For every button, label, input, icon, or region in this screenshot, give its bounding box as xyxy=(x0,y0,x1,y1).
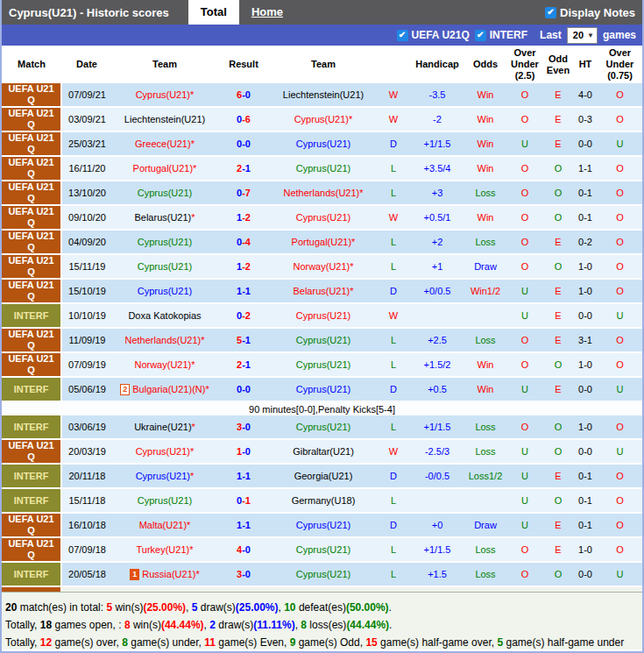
league-label: UEFA U21Q xyxy=(6,157,57,180)
odd-even-cell: O xyxy=(543,205,573,230)
score-cell: 3-0 xyxy=(217,562,270,586)
home-team-name: Cyprus(U21) xyxy=(138,495,192,506)
footer-segment: 15 xyxy=(365,636,380,649)
ht-cell: 0-0 xyxy=(573,562,598,586)
uefa-u21q-checkbox[interactable]: ✔ xyxy=(397,30,408,41)
over-under-2.5-cell: O xyxy=(506,562,543,586)
home-team-name: Cyprus(U21) xyxy=(138,188,192,198)
star-marker: * xyxy=(205,384,209,394)
tab-home[interactable]: Home xyxy=(251,0,283,25)
league-label: UEFA U21Q xyxy=(6,538,57,561)
home-team-cell: Cyprus(U21)* xyxy=(112,83,217,107)
star-marker: * xyxy=(190,89,194,100)
away-score: 1 xyxy=(245,495,251,506)
match-row: INTERF15/11/18Cyprus(U21)0-1Germany(U18)… xyxy=(2,488,642,513)
home-team-name: Cyprus(U21) xyxy=(136,89,190,100)
odds-cell: Draw xyxy=(464,254,506,279)
uefa-u21q-filter[interactable]: ✔ UEFA U21Q xyxy=(397,29,470,41)
over-under-2.5-cell: O xyxy=(506,181,543,205)
score-cell: 0-7 xyxy=(217,181,270,205)
result-letter-cell: W xyxy=(377,205,410,230)
odds-cell: Loss xyxy=(464,181,506,205)
ht-cell: 0-0 xyxy=(573,439,598,464)
away-team-cell: Netherlands(U21)* xyxy=(270,181,377,205)
footer-segment: (44.44%) xyxy=(346,619,389,631)
league-cell: UEFA U21Q xyxy=(2,254,61,279)
handicap-cell: +2 xyxy=(410,230,464,254)
home-team-cell: 2Bulgaria(U21)(N)* xyxy=(112,377,217,401)
handicap-cell: +0.5 xyxy=(410,377,464,401)
footer-segment: games open, : xyxy=(54,619,124,631)
home-team-cell: Netherlands(U21)* xyxy=(112,328,217,352)
over-under-0.75-cell: U xyxy=(598,562,642,586)
odds-cell xyxy=(464,303,506,328)
odd-even-cell: E xyxy=(543,230,573,254)
result-letter-cell: W xyxy=(377,107,410,131)
ht-cell: 4-0 xyxy=(573,83,598,107)
handicap-cell: +3.5/4 xyxy=(410,156,464,181)
score-cell: 1-2 xyxy=(217,254,270,279)
interf-checkbox[interactable]: ✔ xyxy=(475,30,486,41)
league-label: INTERF xyxy=(6,471,57,482)
chevron-down-icon: ▼ xyxy=(587,32,594,39)
display-notes-toggle[interactable]: ✔ Display Notes xyxy=(545,6,635,19)
away-team-cell: Norway(U21)* xyxy=(270,254,377,279)
away-team-name: Cyprus(U21) xyxy=(294,114,349,124)
ht-cell: 1-1 xyxy=(573,156,598,181)
league-cell: UEFA U21Q xyxy=(2,513,61,537)
ht-cell: 0-0 xyxy=(573,377,598,401)
away-score: 2 xyxy=(245,212,251,223)
away-score: 1 xyxy=(245,471,251,481)
footer-segment: 12 xyxy=(40,636,55,649)
match-row: UEFA U21Q25/03/21Greece(U21)*0-0Cyprus(U… xyxy=(2,131,642,156)
footer-segment: game(s) half-game over, xyxy=(380,636,497,649)
league-cell: UEFA U21Q xyxy=(2,107,61,131)
home-team-cell: Cyprus(U21) xyxy=(112,279,217,303)
date-cell: 03/06/19 xyxy=(61,415,112,439)
match-row: UEFA U21Q09/10/20Belarus(U21)*1-2Cyprus(… xyxy=(2,205,642,230)
home-team-name: Cyprus(U21) xyxy=(138,261,192,272)
interf-filter[interactable]: ✔ INTERF xyxy=(475,29,527,41)
odds-cell: Win xyxy=(464,131,506,156)
away-team-cell: Cyprus(U21) xyxy=(270,513,377,537)
handicap-cell: +1/1.5 xyxy=(410,131,464,156)
date-cell: 16/11/20 xyxy=(61,156,112,181)
home-team-name: Portugal(U21) xyxy=(133,163,193,174)
match-row: UEFA U21Q07/09/19Norway(U21)*2-1Cyprus(U… xyxy=(2,352,642,377)
home-team-cell: Liechtenstein(U21) xyxy=(112,107,217,131)
footer-segment: 2 xyxy=(209,619,218,631)
away-team-cell: Cyprus(U21) xyxy=(270,131,377,156)
star-marker: * xyxy=(359,188,363,198)
over-under-2.5-cell: O xyxy=(506,205,543,230)
last-label: Last xyxy=(540,29,562,41)
over-under-2.5-cell: O xyxy=(506,230,543,254)
league-cell: INTERF xyxy=(2,303,61,328)
away-team-cell: Gibraltar(U21) xyxy=(270,439,377,464)
home-team-cell: Cyprus(U21)* xyxy=(112,464,217,488)
handicap-cell: -2 xyxy=(410,107,464,131)
display-notes-checkbox[interactable]: ✔ xyxy=(545,7,556,18)
away-score: 6 xyxy=(245,114,251,124)
date-cell: 16/10/18 xyxy=(61,513,112,537)
score-cell: 1-1 xyxy=(217,279,270,303)
ht-cell: 0-1 xyxy=(573,205,598,230)
handicap-cell: -2.5/3 xyxy=(410,439,464,464)
date-cell: 07/09/21 xyxy=(61,83,112,107)
away-team-name: Cyprus(U21) xyxy=(296,569,350,579)
odd-even-cell: O xyxy=(543,562,573,586)
odd-even-cell: E xyxy=(543,83,573,107)
home-team-cell: Turkey(U21)* xyxy=(112,537,217,562)
date-cell: 13/10/20 xyxy=(61,181,112,205)
odd-even-cell: E xyxy=(543,303,573,328)
titlebar: Cyprus(U21) - Historic scores Total Home… xyxy=(2,0,642,25)
league-cell: UEFA U21Q xyxy=(2,279,61,303)
tab-total[interactable]: Total xyxy=(188,0,239,25)
games-count-select[interactable]: 20 ▼ xyxy=(567,27,598,44)
away-team-name: Cyprus(U21) xyxy=(296,163,350,174)
star-marker: * xyxy=(349,114,352,124)
over-under-2.5-cell: U xyxy=(506,131,543,156)
odds-cell xyxy=(464,488,506,513)
over-under-0.75-cell: U xyxy=(598,377,642,401)
away-team-name: Georgia(U21) xyxy=(294,471,353,481)
over-under-2.5-cell: O xyxy=(506,328,543,352)
